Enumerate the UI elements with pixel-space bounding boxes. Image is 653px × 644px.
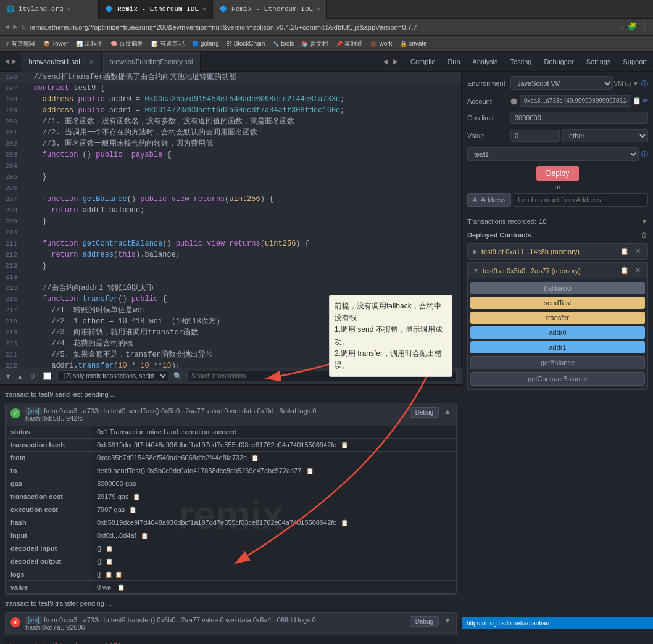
bookmark-private[interactable]: 🔒 private <box>397 39 430 48</box>
contract-info-icon[interactable]: ⓘ <box>641 150 648 159</box>
csdn-watermark: https://blog.csdn.net/aotaobao <box>462 617 653 629</box>
copy-icon[interactable]: 📋 <box>106 558 113 565</box>
copy-icon[interactable]: 📋 <box>129 506 136 513</box>
fallback-button[interactable]: (fallback) <box>470 282 645 294</box>
contract-1-header[interactable]: ▶ test9 at 0xa11...14e8b (memory) 📋 ✕ <box>468 244 647 259</box>
contract-1-actions: 📋 ✕ <box>618 247 643 256</box>
refresh-button[interactable]: ↻ <box>21 22 25 31</box>
bookmark-blockchain[interactable]: ⛓ BlockChain <box>223 39 268 48</box>
at-address-input[interactable] <box>514 193 648 207</box>
copy-icon[interactable]: 📋 <box>106 545 113 552</box>
copy-account-icon[interactable]: 📋 <box>633 97 641 105</box>
value-input[interactable] <box>510 130 560 142</box>
expand-icon[interactable]: ▲ <box>444 407 451 416</box>
nav-run[interactable]: Run <box>441 52 466 72</box>
at-address-button[interactable]: At Address <box>467 193 511 207</box>
editor-tab-funding[interactable]: browser/FundingFactory.sol <box>102 52 201 72</box>
copy-icon[interactable]: 📋 <box>117 584 125 591</box>
bookmark-taiyi[interactable]: 📌 泰雅通 <box>333 38 366 49</box>
bookmark-work[interactable]: 💼 work <box>367 39 395 48</box>
bookmark-tools[interactable]: 🔧 tools <box>269 39 297 48</box>
addr0-button[interactable]: addr0 <box>470 326 645 339</box>
nav-analysis[interactable]: Analysis <box>467 52 504 72</box>
value-row: Value ether wei gwei <box>467 129 648 142</box>
debug-button-1[interactable]: Debug <box>410 407 439 418</box>
contract-2-header[interactable]: ▼ test9 at 0x5b0...2aa77 (memory) 📋 ✕ <box>468 263 647 278</box>
tab-remix-2[interactable]: 🔷 Remix - Ethereum IDE ✕ <box>213 0 327 19</box>
tx-hash: hash:0xb58...942fc <box>25 415 83 422</box>
editor-tabs: browser/test1.sol ● ✕ browser/FundingFac… <box>21 52 404 72</box>
menu-icon[interactable]: ⋮ <box>641 22 648 31</box>
copy-hash-icon[interactable]: 📋 <box>341 442 348 448</box>
back-button[interactable]: ◀ <box>5 22 9 31</box>
bookmark-baidu[interactable]: 🧠 百度脑图 <box>107 38 147 49</box>
tx-header-error: ✗ [vm] from:0xca3...a733c to:test9.trans… <box>6 613 456 635</box>
getbalance-button[interactable]: getBalance <box>470 356 645 369</box>
tab-close-btn[interactable]: ✕ <box>89 59 94 65</box>
nav-compile[interactable]: Compile <box>404 52 441 72</box>
tab-close[interactable]: ✕ <box>67 6 71 13</box>
deploy-button[interactable]: Deploy <box>536 166 579 181</box>
copy-from-icon[interactable]: 📋 <box>251 455 259 461</box>
account-input[interactable] <box>520 95 631 107</box>
sendtest-button[interactable]: sendTest <box>470 297 645 309</box>
value-unit-select[interactable]: ether wei gwei <box>562 129 648 142</box>
table-row: decoded output {} 📋 <box>6 555 456 568</box>
copy-to-icon[interactable]: 📋 <box>306 468 314 474</box>
star-icon[interactable]: ☆ <box>620 22 624 31</box>
edit-account-icon[interactable]: ✏ <box>643 97 648 105</box>
getcontractbalance-button[interactable]: getContractBalance <box>470 372 645 386</box>
copy-icon[interactable]: 📋 <box>141 532 148 539</box>
bookmark-golang[interactable]: 🔵 golang <box>189 39 222 48</box>
copy-icon[interactable]: 📋 <box>133 493 140 500</box>
expand-icon-2[interactable]: ▼ <box>444 616 451 625</box>
bookmark-notes[interactable]: 📝 有道笔记 <box>148 38 188 49</box>
scroll-down-icon[interactable]: ▼ <box>5 373 12 380</box>
extension-icon[interactable]: 🧩 <box>628 22 637 31</box>
editor-tab-test1[interactable]: browser/test1.sol ● ✕ <box>21 52 102 72</box>
bookmark-tower[interactable]: 📦 Tower <box>40 39 72 48</box>
tx-filter-select[interactable]: [2] only remix transactions, script <box>57 370 168 382</box>
transfer-button[interactable]: transfer <box>470 312 645 324</box>
forward-button[interactable]: ▶ <box>13 22 17 31</box>
tab-close[interactable]: ✕ <box>202 6 206 13</box>
environment-select[interactable]: JavaScript VM <box>510 76 613 90</box>
nav-support[interactable]: Support <box>617 52 653 72</box>
addr1-button[interactable]: addr1 <box>470 341 645 353</box>
search-icon[interactable]: 🔍 <box>173 372 182 380</box>
prev-arrow-icon[interactable]: ◀ <box>380 56 390 67</box>
tab-remix-1[interactable]: 🔷 Remix - Ethereum IDE ✕ <box>99 0 213 19</box>
copy-contract-2-icon[interactable]: 📋 <box>618 266 631 275</box>
nav-menu: Compile Run Analysis Testing Debugger Se… <box>404 52 653 72</box>
tx-expand-icon[interactable]: ▼ <box>641 217 648 226</box>
tx-pending-2: transact to test9.transfer pending ... <box>5 597 457 609</box>
contract-dropdown[interactable]: test1 <box>467 147 639 161</box>
copy-contract-1-icon[interactable]: 📋 <box>618 247 631 256</box>
sidebar-toggle[interactable]: ◀▶ <box>0 57 21 66</box>
app-header: ◀▶ browser/test1.sol ● ✕ browser/Funding… <box>0 52 653 72</box>
tx-checkbox[interactable] <box>43 372 51 380</box>
remove-contract-2-icon[interactable]: ✕ <box>633 266 643 275</box>
bookmark-youdao[interactable]: Y 有道翻译 <box>2 38 39 49</box>
remove-contract-1-icon[interactable]: ✕ <box>633 247 643 256</box>
nav-testing[interactable]: Testing <box>504 52 538 72</box>
contract-1-name: test9 at 0xa11...14e8b (memory) <box>481 248 618 255</box>
nav-settings[interactable]: Settings <box>580 52 617 72</box>
debug-button-2[interactable]: Debug <box>410 616 439 627</box>
scroll-up-icon[interactable]: ▲ <box>17 373 23 380</box>
code-line: 199 address public addr1 = 0x0014723d09a… <box>0 105 461 116</box>
trash-icon[interactable]: 🗑 <box>641 231 648 239</box>
bookmark-docs[interactable]: 📚 参文档 <box>298 38 331 49</box>
copy-icon-2[interactable]: 📋 <box>115 571 122 578</box>
nav-debugger[interactable]: Debugger <box>538 52 580 72</box>
new-tab-button[interactable]: + <box>327 4 342 14</box>
tab-itylang[interactable]: 🌐 itylang.org ✕ <box>0 0 99 19</box>
copy-icon[interactable]: 📋 <box>341 519 348 526</box>
copy-icon[interactable]: 📋 <box>105 571 112 578</box>
table-row: transaction hash 0xb5819dce9f7d4048a936d… <box>6 439 456 452</box>
bookmark-flow[interactable]: 📊 流程图 <box>73 38 106 49</box>
next-arrow-icon[interactable]: ▶ <box>391 56 401 67</box>
env-info-icon[interactable]: ⓘ <box>641 79 648 88</box>
gas-limit-input[interactable] <box>510 112 648 124</box>
tab-close[interactable]: ✕ <box>317 6 320 13</box>
